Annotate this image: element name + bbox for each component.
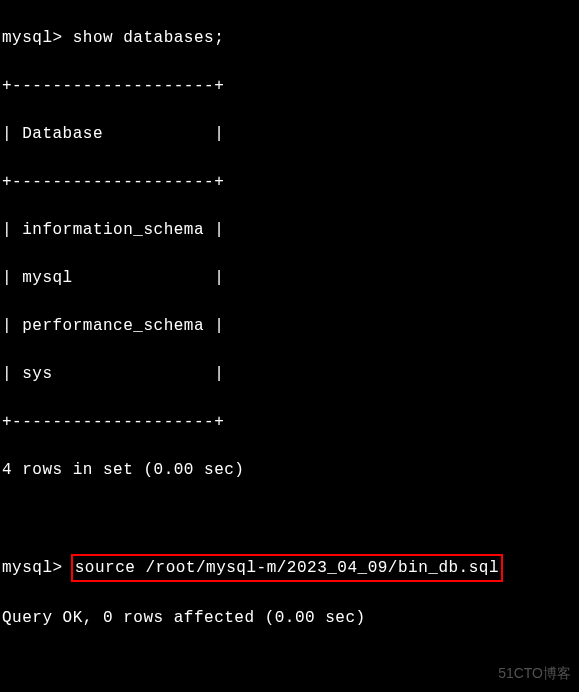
- table-border: +--------------------+: [2, 74, 577, 98]
- table-row: | performance_schema |: [2, 314, 577, 338]
- table-row: | information_schema |: [2, 218, 577, 242]
- blank-line: [2, 654, 577, 678]
- show-databases-cmd: show databases;: [73, 29, 225, 47]
- source-command-highlight: source /root/mysql-m/2023_04_09/bin_db.s…: [71, 554, 503, 582]
- table-row: | sys |: [2, 362, 577, 386]
- mysql-prompt: mysql>: [2, 559, 73, 577]
- table-border: +--------------------+: [2, 170, 577, 194]
- mysql-prompt: mysql>: [2, 29, 73, 47]
- rows-summary: 4 rows in set (0.00 sec): [2, 458, 577, 482]
- table-border: +--------------------+: [2, 410, 577, 434]
- table-header: | Database |: [2, 122, 577, 146]
- watermark: 51CTO博客: [498, 663, 571, 684]
- table-row: | mysql |: [2, 266, 577, 290]
- command-line: mysql> source /root/mysql-m/2023_04_09/b…: [2, 554, 577, 582]
- terminal-output: mysql> show databases; +----------------…: [2, 2, 577, 692]
- query-result: Query OK, 0 rows affected (0.00 sec): [2, 606, 577, 630]
- command-line: mysql> show databases;: [2, 26, 577, 50]
- blank-line: [2, 506, 577, 530]
